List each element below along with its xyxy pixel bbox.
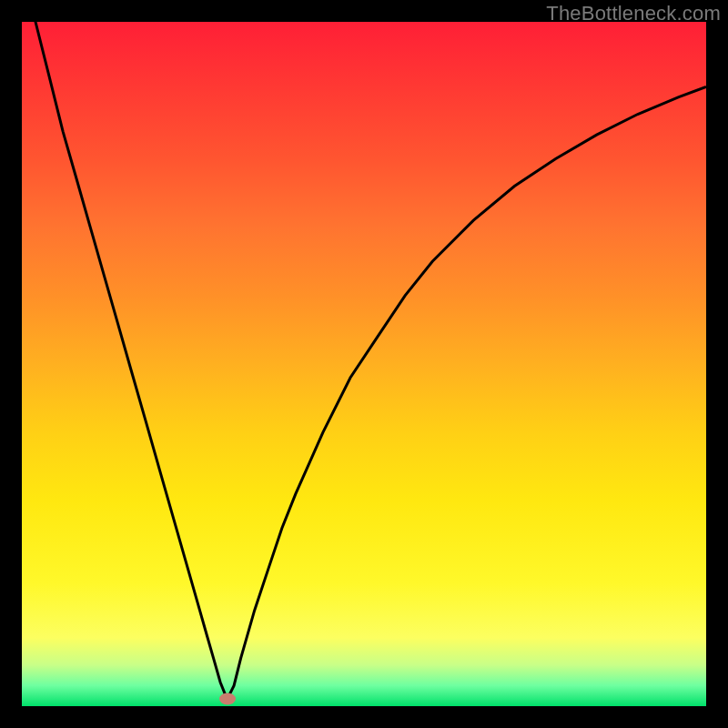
curve-svg (22, 22, 706, 706)
bottleneck-curve (22, 22, 706, 700)
optimal-point-marker (219, 693, 236, 705)
plot-area (22, 22, 706, 706)
chart-frame: TheBottleneck.com (0, 0, 728, 728)
watermark-text: TheBottleneck.com (546, 2, 721, 25)
